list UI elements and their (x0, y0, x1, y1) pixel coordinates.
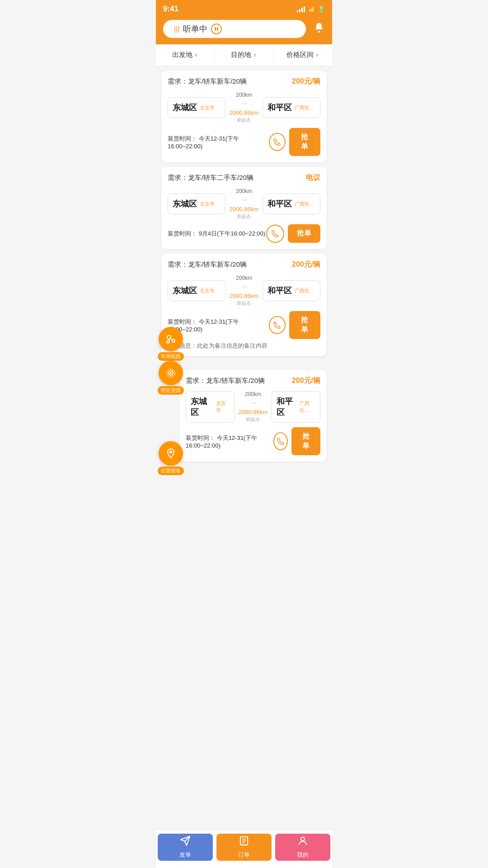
filter-price[interactable]: 价格区间 ∨ (274, 44, 332, 66)
filter-destination[interactable]: 目的地 ∨ (215, 44, 273, 66)
to-city: 和平区 (267, 102, 292, 113)
order-card: 需求：龙车/轿车新车/20辆 200元/辆 东城区 北京市 200km → 20… (161, 254, 327, 356)
listen-button[interactable]: ||| 听单中 (163, 20, 306, 38)
svg-point-5 (167, 340, 169, 343)
from-location: 东城区 北京市 (186, 391, 235, 423)
frequent-routes-label: 常用线路 (158, 352, 184, 361)
load-time: 装货时间： 今天12-31(下午16:00~22:00) (186, 434, 273, 449)
to-location: 和平区 广西壮... (263, 193, 320, 214)
nearby-cargo-label: 附近货源 (158, 386, 184, 395)
to-city: 和平区 (267, 198, 292, 209)
grab-button[interactable]: 抢单 (289, 128, 320, 156)
card-actions: 抢单 (269, 128, 320, 156)
location-report-icon[interactable] (159, 441, 183, 466)
dist-label: 距起点 (237, 300, 251, 307)
price-label: 200元/辆 (292, 77, 320, 86)
nearby-cargo-icon[interactable] (159, 361, 183, 385)
to-location: 和平区 广西壮... (263, 280, 320, 301)
chevron-down-icon: ∨ (253, 52, 257, 58)
from-province: 北京市 (200, 104, 215, 111)
note-row: 备注信息：此处为备注信息的备注内容 (168, 342, 320, 350)
location-report-label: 位置报备 (158, 467, 184, 475)
cards-area: 需求：龙车/轿车新车/20辆 200元/辆 东城区 北京市 200km → 20… (156, 66, 332, 466)
from-location: 东城区 北京市 (168, 193, 225, 214)
call-button[interactable] (269, 316, 286, 334)
from-city: 东城区 (191, 396, 213, 418)
filter-destination-label: 目的地 (231, 51, 251, 59)
grab-button[interactable]: 抢单 (288, 224, 320, 243)
filter-bar: 出发地 ∨ 目的地 ∨ 价格区间 ∨ (156, 44, 332, 66)
distance-col: 200km → 2000.86km 距起点 (228, 92, 260, 123)
filter-price-label: 价格区间 (286, 51, 314, 59)
dist-label: 距起点 (237, 117, 251, 123)
svg-point-2 (318, 31, 320, 33)
demand-label: 需求：龙车/轿车新车/20辆 (168, 77, 247, 86)
card-footer: 装货时间： 今天12-31(下午16:00~22:00) 抢单 (186, 427, 320, 455)
to-city: 和平区 (277, 396, 297, 418)
arrow-icon: → (249, 398, 257, 408)
load-time: 装货时间： 9月4日(下午16:00~22:00) (168, 230, 265, 238)
filter-departure-label: 出发地 (172, 51, 192, 59)
distance-col: 200km → 2000.86km 距起点 (228, 188, 260, 220)
svg-rect-1 (217, 27, 218, 31)
card-footer: 装货时间： 9月4日(下午16:00~22:00) 抢单 (168, 224, 320, 243)
bell-icon[interactable] (313, 22, 325, 36)
arrow-icon: → (240, 282, 248, 292)
demand-label: 需求：龙车/轿车新车/20辆 (168, 260, 247, 269)
card-with-floats-2: 附近货源 需求：龙车/轿车新车/20辆 200元/辆 东城区 北京市 200km… (161, 370, 327, 462)
distance-col: 200km → 2000.86km 距起点 (237, 391, 269, 423)
route-row: 东城区 北京市 200km → 2000.86km 距起点 和平区 广西壮... (168, 188, 320, 220)
status-icons: 📶 🔋 (297, 6, 325, 13)
nearby-cargo-button[interactable]: 附近货源 (158, 361, 184, 395)
grab-button[interactable]: 抢单 (291, 427, 320, 455)
route-row: 东城区 北京市 200km → 2000.86km 距起点 和平区 广西壮... (168, 92, 320, 123)
svg-rect-0 (215, 27, 216, 31)
price-label: 电议 (306, 173, 320, 183)
dist-bottom: 2000.86km (239, 409, 267, 415)
card-actions: 抢单 (269, 311, 320, 339)
price-label: 200元/辆 (292, 260, 320, 269)
frequent-routes-icon[interactable] (159, 327, 183, 351)
arrow-icon: → (240, 195, 248, 205)
dist-top: 200km (236, 275, 252, 281)
from-province: 北京市 (200, 288, 215, 294)
to-location: 和平区 广西壮... (272, 391, 320, 423)
route-row: 东城区 北京市 200km → 2000.86km 距起点 和平区 广西壮... (168, 275, 320, 307)
from-city: 东城区 (173, 102, 197, 113)
to-city: 和平区 (267, 285, 292, 296)
card-header: 需求：龙车/轿车新车/20辆 200元/辆 (168, 260, 320, 269)
from-location: 东城区 北京市 (168, 97, 225, 118)
demand-label: 需求：龙车/轿车新车/20辆 (186, 377, 265, 385)
listen-text: 听单中 (183, 24, 207, 34)
dist-bottom: 2000.86km (230, 292, 258, 299)
route-row: 东城区 北京市 200km → 2000.86km 距起点 和平区 广西壮... (186, 391, 320, 423)
from-province: 北京市 (216, 400, 230, 414)
from-location: 东城区 北京市 (168, 280, 225, 301)
call-button[interactable] (266, 225, 284, 243)
card-header: 需求：龙车/轿车二手车/20辆 电议 (168, 173, 320, 183)
frequent-routes-button[interactable]: 常用线路 (158, 327, 184, 361)
card-with-floats: 需求：龙车/轿车新车/20辆 200元/辆 东城区 北京市 200km → 20… (161, 254, 327, 356)
to-province: 广西壮... (295, 104, 314, 111)
svg-point-9 (170, 372, 172, 374)
call-button[interactable] (269, 133, 286, 151)
wave-icon: ||| (174, 25, 179, 33)
call-button[interactable] (273, 432, 288, 450)
from-city: 东城区 (173, 198, 197, 209)
status-bar: 9:41 📶 🔋 (156, 0, 332, 16)
to-location: 和平区 广西壮... (263, 97, 320, 118)
price-label: 200元/辆 (292, 376, 320, 386)
dist-bottom: 2000.86km (230, 206, 258, 212)
status-time: 9:41 (163, 5, 178, 14)
card-footer: 装货时间： 今天12-31(下午16:00~22:00) 抢单 (168, 128, 320, 156)
location-report-button[interactable]: 位置报备 (158, 441, 184, 475)
dist-label: 距起点 (246, 416, 260, 423)
chevron-down-icon: ∨ (315, 52, 319, 58)
card-footer: 装货时间： 今天12-31(下午16:00~22:00) 抢单 (168, 311, 320, 339)
from-province: 北京市 (200, 201, 215, 208)
filter-departure[interactable]: 出发地 ∨ (156, 44, 215, 66)
svg-point-3 (167, 335, 171, 339)
pause-icon[interactable] (211, 24, 222, 34)
signal-icon (297, 6, 305, 12)
grab-button[interactable]: 抢单 (289, 311, 320, 339)
